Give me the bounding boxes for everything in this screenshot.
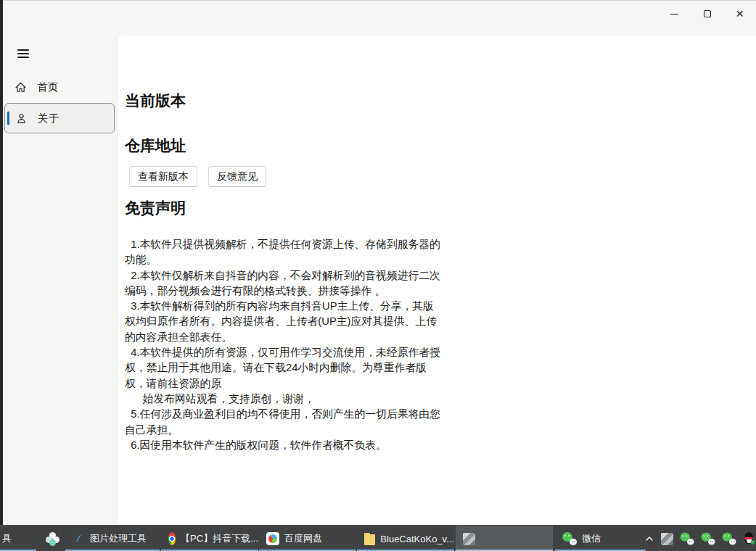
taskbar-item-label: 百度网盘 [284,532,322,545]
close-button[interactable]: ✕ [723,1,756,27]
sidebar: 首页 关于 [3,36,117,525]
disclaimer-paragraph: 1.本软件只提供视频解析，不提供任何资源上传、存储到服务器的功能。 [125,237,444,268]
taskbar-item-label: 微信 [582,532,601,545]
disclaimer-paragraph: 4.本软件提供的所有资源，仅可用作学习交流使用，未经原作者授权，禁止用于其他用途… [125,345,444,392]
pen-icon [73,533,85,545]
sidebar-item-home[interactable]: 首页 [4,73,115,101]
disclaimer-paragraph: 始发布网站观看，支持原创，谢谢， [125,392,444,407]
titlebar: ✕ [3,1,756,36]
disclaimer-heading: 免责声明 [125,199,739,217]
taskbar: 具 图片处理工具 【PC】抖音下载... 百度网盘 BlueCatKoKo_v.… [0,525,756,551]
taskbar-item-active-app[interactable] [456,526,553,551]
pinwheel-icon [46,532,59,546]
system-tray [644,526,756,551]
maximize-icon [704,10,711,17]
minimize-button[interactable] [658,1,691,27]
close-icon: ✕ [736,9,744,19]
sidebar-item-about[interactable]: 关于 [4,103,115,133]
baidu-netdisk-icon [266,532,279,545]
thumbnail-icon [463,533,475,545]
home-icon [15,81,27,94]
chrome-icon [168,532,176,545]
taskbar-item-wechat[interactable]: 微信 [555,526,646,551]
about-page: 当前版本 仓库地址 查看新版本 反馈意见 免责声明 1.本软件只提供视频解析，不… [117,36,756,525]
nav-menu-button[interactable] [9,41,38,66]
sidebar-item-label: 关于 [38,112,59,125]
wechat-icon [562,532,577,545]
disclaimer-text: 1.本软件只提供视频解析，不提供任何资源上传、存储到服务器的功能。 2.本软件仅… [125,237,444,453]
hamburger-icon [17,49,29,51]
app-window: ✕ 首页 [3,0,756,525]
tray-wechat-icon[interactable] [681,532,694,544]
selection-indicator [7,112,9,125]
window-body: 首页 关于 当前版本 仓库地址 查看新版本 反馈意见 免责声明 [3,36,756,525]
nav-list: 首页 关于 [3,73,117,133]
tray-thumbnail-icon[interactable] [661,533,673,545]
folder-icon [364,533,375,545]
tray-expand-button[interactable] [644,534,654,544]
tray-wechat-icon[interactable] [702,532,715,544]
taskbar-item-baidu-netdisk[interactable]: 百度网盘 [259,526,356,551]
taskbar-item-chrome-douyin[interactable]: 【PC】抖音下载... [161,526,258,551]
caption-buttons: ✕ [658,1,756,27]
taskbar-item-label: 具 [2,532,12,545]
taskbar-item-cropped-tool[interactable]: 具 [0,526,36,551]
minimize-icon [670,14,678,14]
taskbar-item-bluecatkoko-folder[interactable]: BlueCatKoKo_v... [357,526,454,551]
current-version-heading: 当前版本 [125,92,739,109]
sidebar-item-label: 首页 [37,80,58,94]
taskbar-item-pinwheel-app[interactable] [38,526,65,551]
disclaimer-paragraph: 2.本软件仅解析来自抖音的内容，不会对解析到的音视频进行二次编码，部分视频会进行… [125,268,444,299]
tray-qq-icon[interactable] [743,532,755,545]
taskbar-item-label: BlueCatKoKo_v... [380,534,454,544]
check-new-version-button[interactable]: 查看新版本 [129,166,197,187]
taskbar-item-label: 【PC】抖音下载... [181,532,258,545]
disclaimer-paragraph: 6.因使用本软件产生的版权问题，软件作者概不负表。 [125,438,444,453]
maximize-button[interactable] [691,1,723,27]
taskbar-item-label: 图片处理工具 [90,532,147,545]
tray-wechat-icon[interactable] [723,532,736,544]
person-icon [15,112,28,125]
taskbar-item-image-tool[interactable]: 图片处理工具 [65,526,160,551]
action-buttons: 查看新版本 反馈意见 [125,166,739,187]
disclaimer-paragraph: 3.本软件解析得到的所有内容均来自抖音UP主上传、分享，其版权均归原作者所有。内… [125,299,444,345]
disclaimer-paragraph: 5.任何涉及商业盈利目的均不得使用，否则产生的一切后果将由您自己承担。 [125,407,444,438]
repository-heading: 仓库地址 [125,137,739,154]
feedback-button[interactable]: 反馈意见 [208,166,266,187]
